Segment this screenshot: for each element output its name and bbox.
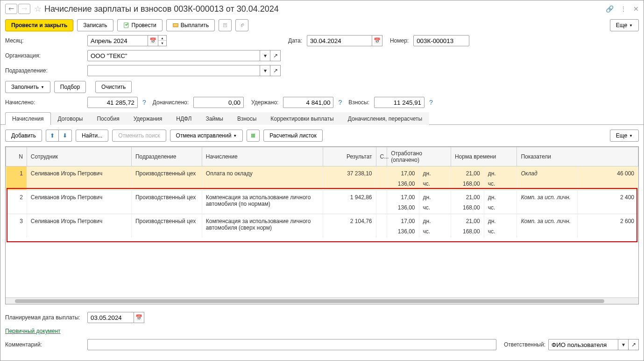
cell-s [376,214,387,238]
cell-unit: дн. [484,214,517,227]
col-s[interactable]: С... [376,147,387,166]
cell-s [376,166,387,190]
col-n[interactable]: N [6,147,27,166]
table-row[interactable]: 2 Селиванов Игорь Петрович Производствен… [6,190,638,203]
cancel-find-button[interactable]: Отменить поиск [112,130,166,142]
calendar-icon[interactable]: 📅 [134,312,144,323]
fill-button[interactable]: Заполнить ▼ [5,81,50,93]
cell-unit: дн. [484,166,517,179]
horizontal-scrollbar[interactable] [6,297,638,304]
cell-unit: дн. [419,214,451,227]
primary-doc-link[interactable]: Первичный документ [5,328,61,334]
dropdown-icon[interactable]: ▾ [260,65,270,76]
number-input[interactable] [413,35,469,46]
report-button[interactable] [219,19,232,31]
month-input[interactable] [87,35,148,46]
pick-button[interactable]: Подбор [54,81,86,93]
open-icon[interactable]: ↗ [270,65,281,76]
calendar-icon[interactable]: 📅 [372,35,382,46]
cell-unit: чс. [419,202,451,214]
comment-label: Комментарий: [5,341,85,348]
tab-accruals[interactable]: Начисления [5,112,51,125]
link-icon[interactable]: 🔗 [606,5,614,13]
cell-unit: чс. [484,202,517,214]
col-indicators[interactable]: Показатели [517,147,638,166]
resp-input[interactable] [548,339,618,350]
clear-button[interactable]: Очистить [95,81,132,93]
add-row-button[interactable]: Добавить [5,130,42,142]
cell-employee: Селиванов Игорь Петрович [27,166,131,190]
withheld-value[interactable] [283,97,333,108]
pay-button[interactable]: Выплатить [166,19,215,31]
dropdown-icon[interactable]: ▾ [618,339,629,350]
col-employee[interactable]: Сотрудник [27,147,131,166]
hint-icon[interactable]: ? [142,99,146,106]
plan-date-input[interactable] [87,312,134,323]
cell-unit: дн. [419,190,451,203]
dropdown-icon[interactable]: ▾ [260,50,270,61]
move-up-button[interactable]: ⬆ [46,130,59,142]
cell-unit: дн. [484,190,517,203]
calendar-icon[interactable]: 📅 [148,35,158,46]
comment-input[interactable] [87,339,496,350]
favorite-icon[interactable]: ☆ [34,4,42,14]
move-down-button[interactable]: ⬇ [59,130,72,142]
payslip-button[interactable]: Расчетный листок [263,130,322,142]
date-input[interactable] [307,35,372,46]
open-icon[interactable]: ↗ [270,50,281,61]
attach-button[interactable] [235,19,248,31]
cell-unit: чс. [484,179,517,190]
col-norm[interactable]: Норма времени [451,147,517,166]
save-button[interactable]: Записать [77,19,113,31]
cell-norm-hours: 168,00 [451,226,484,238]
tab-corrections[interactable]: Корректировки выплаты [263,112,340,125]
tab-benefits[interactable]: Пособия [90,112,126,125]
tab-contrib[interactable]: Взносы [230,112,263,125]
cell-norm-days: 21,00 [451,190,484,203]
cell-worked-days: 17,00 [387,190,419,203]
cell-worked-hours: 136,00 [387,179,419,190]
col-accrual[interactable]: Начисление [202,147,323,166]
cell-indicator-value: 46 000 [578,166,638,190]
accrued-value[interactable] [87,97,138,108]
cell-unit: чс. [484,226,517,238]
tab-recalc[interactable]: Доначисления, перерасчеты [341,112,429,125]
cell-unit: чс. [419,179,451,190]
col-dept[interactable]: Подразделение [131,147,202,166]
hint-icon[interactable]: ? [338,99,342,106]
close-icon[interactable]: ✕ [633,5,639,13]
month-stepper[interactable]: ▲▼ [158,35,167,46]
cell-norm-days: 21,00 [451,214,484,227]
cell-worked-hours: 136,00 [387,226,419,238]
dept-input[interactable] [87,65,260,76]
table-more-button[interactable]: Еще ▼ [610,130,639,142]
org-input[interactable] [87,50,260,61]
col-worked[interactable]: Отработано (оплачено) [387,147,451,166]
nav-forward-button[interactable]: 🡒 [18,4,30,14]
cell-n: 2 [6,190,27,214]
cancel-fix-button[interactable]: Отмена исправлений ▼ [170,130,243,142]
cell-dept: Производственный цех [131,190,202,214]
post-button[interactable]: Провести [117,19,163,31]
col-result[interactable]: Результат [323,147,376,166]
tab-deductions[interactable]: Удержания [127,112,170,125]
more-button[interactable]: Еще ▼ [610,19,639,31]
cell-indicator: Комп. за исп. личн. [517,190,578,214]
table-row[interactable]: 1 Селиванов Игорь Петрович Производствен… [6,166,638,179]
show-details-button[interactable] [247,130,260,142]
table-row[interactable]: 3 Селиванов Игорь Петрович Производствен… [6,214,638,227]
find-button[interactable]: Найти... [76,130,108,142]
contrib-value[interactable] [374,97,425,108]
tab-ndfl[interactable]: НДФЛ [169,112,198,125]
nav-back-button[interactable]: 🡐 [5,4,17,14]
open-icon[interactable]: ↗ [629,339,639,350]
kebab-icon[interactable]: ⋮ [620,5,627,13]
tab-contracts[interactable]: Договоры [51,112,90,125]
cell-result: 1 942,86 [323,190,376,214]
tab-loans[interactable]: Займы [198,112,230,125]
svg-rect-5 [252,134,253,137]
withheld-label: Удержано: [251,99,278,106]
addl-value[interactable] [193,97,244,108]
post-close-button[interactable]: Провести и закрыть [5,19,73,31]
hint-icon[interactable]: ? [429,99,433,106]
